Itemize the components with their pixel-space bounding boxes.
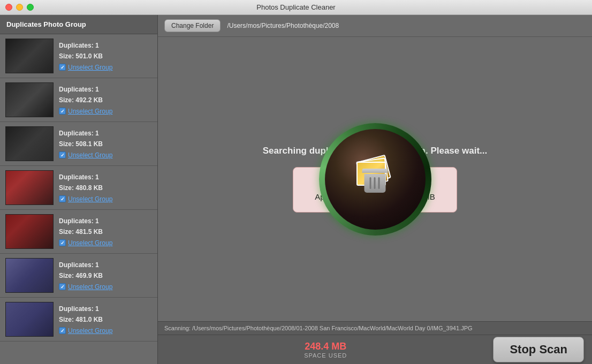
- scanner-area: Searching duplicates in selected path. P…: [158, 37, 592, 321]
- trash-body: [364, 174, 385, 193]
- top-bar: Change Folder /Users/mos/Pictures/Photot…: [158, 15, 592, 37]
- app-logo-inner: [325, 129, 426, 230]
- window-controls[interactable]: [5, 4, 34, 11]
- unselect-label[interactable]: Unselect Group: [68, 283, 112, 291]
- change-folder-button[interactable]: Change Folder: [164, 19, 221, 32]
- photo-list[interactable]: Duplicates: 1 Size: 501.0 KB Unselect Gr…: [0, 34, 157, 364]
- file-size: Size: 501.0 KB: [59, 51, 152, 62]
- space-info: 248.4 MB SPACE USED: [158, 341, 493, 359]
- duplicates-count: Duplicates: 1: [59, 304, 152, 314]
- duplicates-count: Duplicates: 1: [59, 128, 152, 139]
- minimize-button[interactable]: [16, 4, 23, 11]
- photo-stack-icon: [351, 155, 399, 203]
- list-item: Duplicates: 1 Size: 469.9 KB Unselect Gr…: [0, 254, 157, 298]
- photo-item-info: Duplicates: 1 Size: 508.1 KB Unselect Gr…: [59, 128, 152, 158]
- main-layout: Duplicates Photo Group Duplicates: 1 Siz…: [0, 15, 592, 364]
- space-amount: 248.4 MB: [169, 341, 482, 352]
- group-checkbox[interactable]: [59, 64, 66, 71]
- bottom-bar: 248.4 MB SPACE USED Stop Scan: [158, 335, 592, 364]
- photo-thumbnail: [5, 82, 54, 117]
- photo-thumbnail: [5, 126, 54, 161]
- file-size: Size: 481.5 KB: [59, 227, 152, 237]
- list-item: Duplicates: 1 Size: 481.5 KB Unselect Gr…: [0, 210, 157, 254]
- file-size: Size: 508.1 KB: [59, 139, 152, 149]
- group-checkbox[interactable]: [59, 327, 66, 334]
- photo-thumbnail: [5, 258, 54, 293]
- app-logo-ring: [319, 123, 431, 236]
- photo-item-info: Duplicates: 1 Size: 492.2 KB Unselect Gr…: [59, 85, 152, 115]
- file-size: Size: 469.9 KB: [59, 271, 152, 281]
- close-button[interactable]: [5, 4, 12, 11]
- file-size: Size: 480.8 KB: [59, 183, 152, 193]
- duplicates-count: Duplicates: 1: [59, 85, 152, 95]
- unselect-group-button[interactable]: Unselect Group: [59, 283, 152, 291]
- photo-thumbnail: [5, 39, 54, 73]
- duplicates-count: Duplicates: 1: [59, 41, 152, 51]
- group-checkbox[interactable]: [59, 151, 66, 158]
- main-content: Change Folder /Users/mos/Pictures/Photot…: [158, 15, 592, 364]
- unselect-group-button[interactable]: Unselect Group: [59, 151, 152, 159]
- unselect-label[interactable]: Unselect Group: [68, 239, 112, 247]
- unselect-label[interactable]: Unselect Group: [68, 151, 112, 159]
- unselect-group-button[interactable]: Unselect Group: [59, 64, 152, 71]
- group-checkbox[interactable]: [59, 283, 66, 290]
- stop-scan-button[interactable]: Stop Scan: [493, 337, 584, 362]
- photo-item-info: Duplicates: 1 Size: 469.9 KB Unselect Gr…: [59, 260, 152, 290]
- unselect-label[interactable]: Unselect Group: [68, 64, 112, 71]
- unselect-label[interactable]: Unselect Group: [68, 195, 112, 203]
- photo-item-info: Duplicates: 1 Size: 481.0 KB Unselect Gr…: [59, 304, 152, 334]
- photo-item-info: Duplicates: 1 Size: 481.5 KB Unselect Gr…: [59, 216, 152, 246]
- window-title: Photos Duplicate Cleaner: [256, 3, 335, 11]
- space-label: SPACE USED: [169, 352, 482, 359]
- photo-thumbnail: [5, 302, 54, 337]
- photo-thumbnail: [5, 214, 54, 249]
- group-checkbox[interactable]: [59, 239, 66, 246]
- duplicates-count: Duplicates: 1: [59, 260, 152, 270]
- file-size: Size: 481.0 KB: [59, 315, 152, 325]
- list-item: Duplicates: 1 Size: 480.8 KB Unselect Gr…: [0, 166, 157, 210]
- unselect-label[interactable]: Unselect Group: [68, 108, 112, 115]
- duplicates-count: Duplicates: 1: [59, 172, 152, 183]
- photo-item-info: Duplicates: 1 Size: 501.0 KB Unselect Gr…: [59, 41, 152, 71]
- sidebar-header: Duplicates Photo Group: [0, 15, 157, 34]
- title-bar: Photos Duplicate Cleaner: [0, 0, 592, 15]
- trash-lid: [362, 169, 388, 173]
- folder-path: /Users/mos/Pictures/Photothèque/2008: [227, 22, 339, 29]
- list-item: Duplicates: 1 Size: 501.0 KB Unselect Gr…: [0, 34, 157, 78]
- file-size: Size: 492.2 KB: [59, 95, 152, 105]
- unselect-group-button[interactable]: Unselect Group: [59, 327, 152, 335]
- photo-thumbnail: [5, 170, 54, 205]
- unselect-label[interactable]: Unselect Group: [68, 327, 112, 335]
- list-item: Duplicates: 1 Size: 508.1 KB Unselect Gr…: [0, 122, 157, 166]
- status-bar: Scanning: /Users/mos/Pictures/Photothèqu…: [158, 321, 592, 335]
- duplicates-count: Duplicates: 1: [59, 216, 152, 226]
- scanning-path-text: Scanning: /Users/mos/Pictures/Photothèqu…: [164, 325, 586, 331]
- maximize-button[interactable]: [27, 4, 34, 11]
- group-checkbox[interactable]: [59, 195, 66, 202]
- sidebar: Duplicates Photo Group Duplicates: 1 Siz…: [0, 15, 158, 364]
- photo-item-info: Duplicates: 1 Size: 480.8 KB Unselect Gr…: [59, 172, 152, 202]
- list-item: Duplicates: 1 Size: 492.2 KB Unselect Gr…: [0, 78, 157, 122]
- unselect-group-button[interactable]: Unselect Group: [59, 239, 152, 247]
- trash-bin-icon: [363, 169, 387, 195]
- unselect-group-button[interactable]: Unselect Group: [59, 108, 152, 115]
- group-checkbox[interactable]: [59, 108, 66, 115]
- unselect-group-button[interactable]: Unselect Group: [59, 195, 152, 203]
- list-item: Duplicates: 1 Size: 481.0 KB Unselect Gr…: [0, 298, 157, 342]
